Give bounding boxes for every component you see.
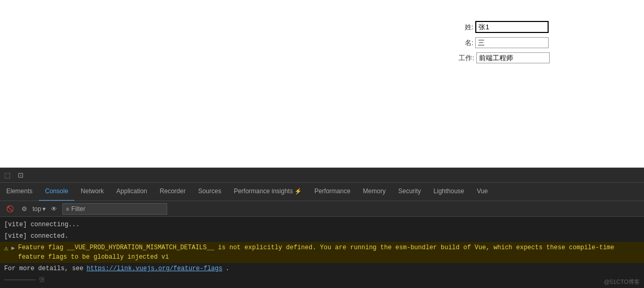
tab-recorder[interactable]: Recorder <box>154 183 192 201</box>
filter-icon: ≡ <box>66 206 69 212</box>
clear-console-button[interactable]: 🚫 <box>4 204 16 214</box>
tab-security[interactable]: Security <box>392 183 427 201</box>
page-content: 姓: 名: 工作: <box>0 0 644 168</box>
tab-network[interactable]: Network <box>74 183 110 201</box>
feature-flags-link[interactable]: https://link.vuejs.org/feature-flags <box>86 264 222 273</box>
name-label: 名: <box>459 38 473 48</box>
eye-icon-button[interactable]: 👁 <box>49 204 59 214</box>
warning-icon: ⚠ <box>4 243 8 254</box>
settings-button[interactable]: ⚙ <box>19 204 29 214</box>
surname-input[interactable] <box>475 21 549 33</box>
console-line-vite-connected: [vite] connected. <box>0 230 644 242</box>
form-row-surname: 姓: <box>459 21 550 33</box>
console-output[interactable]: [vite] connecting... [vite] connected. ⚠… <box>0 217 644 288</box>
console-toolbar: 🚫 ⚙ top ▾ 👁 ≡ Filter <box>0 201 644 217</box>
console-line-link: For more details, see https://link.vuejs… <box>0 263 644 274</box>
devtools-panel: ⬚ ⊡ Elements Console Network Application… <box>0 168 644 288</box>
console-separator-zhang1: 张1 <box>0 285 644 288</box>
console-line-warning: ⚠ ▶ Feature flag __VUE_PROD_HYDRATION_MI… <box>0 242 644 263</box>
devtools-top-bar: ⬚ ⊡ <box>0 168 644 183</box>
name-input[interactable] <box>475 37 549 48</box>
inspect-element-icon[interactable]: ⬚ <box>2 170 13 180</box>
devtools-tabs: Elements Console Network Application Rec… <box>0 183 644 201</box>
expand-icon[interactable]: ▶ <box>12 244 15 253</box>
job-label: 工作: <box>459 53 474 63</box>
tab-performance-insights[interactable]: Performance insights ⚡ <box>227 183 308 201</box>
tab-vue[interactable]: Vue <box>471 183 494 201</box>
form-row-name: 名: <box>459 37 550 48</box>
surname-label: 姓: <box>459 23 473 32</box>
tab-application[interactable]: Application <box>110 183 154 201</box>
form-row-job: 工作: <box>459 52 550 63</box>
job-input[interactable] <box>476 52 550 63</box>
filter-box: ≡ Filter <box>62 203 167 215</box>
console-line-vite-connecting: [vite] connecting... <box>0 219 644 230</box>
form-container: 姓: 名: 工作: <box>459 21 550 63</box>
context-selector[interactable]: top ▾ <box>32 205 46 213</box>
separator-line-left <box>4 280 36 280</box>
tab-console[interactable]: Console <box>39 183 74 201</box>
device-toolbar-icon[interactable]: ⊡ <box>16 170 26 180</box>
performance-insights-icon: ⚡ <box>294 188 302 195</box>
tab-elements[interactable]: Elements <box>0 183 39 201</box>
console-separator-zhang: 张 <box>0 274 644 285</box>
context-dropdown-icon: ▾ <box>42 205 46 213</box>
tab-performance[interactable]: Performance <box>308 183 357 201</box>
tab-sources[interactable]: Sources <box>192 183 227 201</box>
tab-memory[interactable]: Memory <box>357 183 392 201</box>
tab-lighthouse[interactable]: Lighthouse <box>427 183 471 201</box>
